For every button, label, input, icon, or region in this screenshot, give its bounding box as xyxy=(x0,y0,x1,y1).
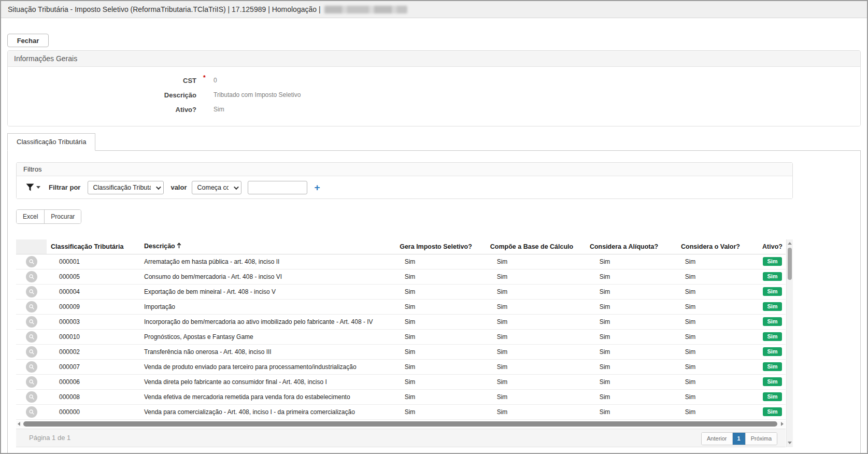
row-magnifier-button[interactable] xyxy=(26,271,37,282)
table-row: 000004 Exportação de bem mineiral - Art.… xyxy=(16,284,786,299)
scroll-down-icon[interactable] xyxy=(788,442,792,444)
row-magnifier-button[interactable] xyxy=(26,316,37,328)
page-1-button[interactable]: 1 xyxy=(732,433,745,445)
vertical-scrollbar-thumb[interactable] xyxy=(788,248,792,280)
cell-gera-imposto-seletivo: Sim xyxy=(394,299,477,314)
main-content: Fechar Informações Gerais CST * 0 Descri… xyxy=(1,18,867,454)
grid-actions: Excel Procurar xyxy=(16,209,81,224)
filtrar-por-label: Filtrar por xyxy=(49,183,80,191)
cell-descricao: Venda direta pelo fabricante ao consumid… xyxy=(140,374,394,389)
cell-considera-aliquota: Sim xyxy=(586,284,662,299)
fechar-button[interactable]: Fechar xyxy=(7,34,49,47)
valor-label: valor xyxy=(170,183,187,191)
cell-considera-valor: Sim xyxy=(662,284,759,299)
row-icon-cell xyxy=(16,374,47,389)
row-magnifier-button[interactable] xyxy=(26,361,37,373)
informacoes-gerais-header: Informações Gerais xyxy=(8,51,860,67)
ativo-label: Ativo? xyxy=(8,106,196,114)
proxima-button[interactable]: Próxima xyxy=(745,433,777,445)
add-filter-button[interactable]: + xyxy=(314,182,320,192)
cell-considera-aliquota: Sim xyxy=(586,299,662,314)
excel-button[interactable]: Excel xyxy=(17,210,44,223)
row-icon-cell xyxy=(16,329,47,344)
procurar-button[interactable]: Procurar xyxy=(44,210,81,223)
magnifier-icon xyxy=(29,304,35,310)
table-row: 000005 Consumo do bem/mercadoria - Art. … xyxy=(16,269,786,284)
scroll-up-icon[interactable] xyxy=(788,242,792,245)
row-magnifier-button[interactable] xyxy=(26,376,37,388)
row-icon-cell xyxy=(16,359,47,374)
cell-ativo: Sim xyxy=(759,359,786,374)
page-summary: Página 1 de 1 xyxy=(16,434,70,442)
cell-ativo: Sim xyxy=(759,314,786,329)
cell-descricao: Venda para comercialização - Art. 408, i… xyxy=(140,404,394,419)
cell-ativo: Sim xyxy=(759,329,786,344)
page-title: Situação Tributária - Imposto Seletivo (… xyxy=(8,5,321,13)
vertical-scrollbar[interactable] xyxy=(786,239,793,447)
magnifier-icon xyxy=(29,409,35,415)
icon-column-header xyxy=(16,239,47,254)
cell-compoe-base-calculo: Sim xyxy=(477,329,586,344)
cell-considera-aliquota: Sim xyxy=(586,254,662,269)
cell-gera-imposto-seletivo: Sim xyxy=(394,284,477,299)
column-header-classificacao[interactable]: Classificação Tributária xyxy=(47,239,140,254)
scroll-left-icon[interactable] xyxy=(18,422,20,426)
cell-considera-aliquota: Sim xyxy=(586,359,662,374)
column-header-considera-valor[interactable]: Considera o Valor? xyxy=(662,239,759,254)
row-magnifier-button[interactable] xyxy=(26,301,37,313)
anterior-button[interactable]: Anterior xyxy=(702,433,732,445)
column-header-ativo[interactable]: Ativo? xyxy=(759,239,786,254)
column-header-gera-imposto[interactable]: Gera Imposto Seletivo? xyxy=(394,239,477,254)
row-icon-cell xyxy=(16,269,47,284)
informacoes-gerais-body: CST * 0 Descrição Tributado com Imposto … xyxy=(8,67,860,126)
magnifier-icon xyxy=(29,259,35,265)
descricao-field-row: Descrição Tributado com Imposto Seletivo xyxy=(8,88,860,102)
cell-considera-valor: Sim xyxy=(662,344,759,359)
cell-considera-aliquota: Sim xyxy=(586,344,662,359)
cell-compoe-base-calculo: Sim xyxy=(477,254,586,269)
cell-descricao: Exportação de bem mineiral - Art. 408 - … xyxy=(140,284,394,299)
magnifier-icon xyxy=(29,394,35,400)
row-icon-cell xyxy=(16,389,47,404)
redacted-text xyxy=(324,6,407,13)
filter-field-select[interactable]: Classificação Tributária xyxy=(88,181,164,194)
descricao-value: Tributado com Imposto Seletivo xyxy=(214,91,301,98)
cst-field-row: CST * 0 xyxy=(8,73,860,88)
cell-gera-imposto-seletivo: Sim xyxy=(394,404,477,419)
filters-header: Filtros xyxy=(17,163,792,176)
column-header-descricao[interactable]: Descrição xyxy=(140,239,394,254)
cell-classificacao-tributaria: 000000 xyxy=(47,404,140,419)
filter-operator-select[interactable]: Começa com xyxy=(192,181,241,194)
horizontal-scrollbar-thumb[interactable] xyxy=(23,421,777,427)
cell-considera-valor: Sim xyxy=(662,314,759,329)
cell-compoe-base-calculo: Sim xyxy=(477,344,586,359)
cell-compoe-base-calculo: Sim xyxy=(477,359,586,374)
row-magnifier-button[interactable] xyxy=(26,391,37,403)
row-magnifier-button[interactable] xyxy=(26,406,37,418)
table-row: 000008 Venda efetiva de mercadoria remet… xyxy=(16,389,786,404)
cell-compoe-base-calculo: Sim xyxy=(477,314,586,329)
filter-funnel-button[interactable] xyxy=(26,183,40,191)
row-magnifier-button[interactable] xyxy=(26,286,37,297)
scroll-right-icon[interactable] xyxy=(781,422,784,426)
horizontal-scrollbar[interactable] xyxy=(16,421,786,428)
filter-value-input[interactable] xyxy=(248,181,307,194)
column-header-compoe-base[interactable]: Compõe a Base de Cálculo xyxy=(477,239,586,254)
required-asterisk: * xyxy=(196,74,214,81)
row-magnifier-button[interactable] xyxy=(26,256,37,267)
row-magnifier-button[interactable] xyxy=(26,346,37,358)
app-window: Situação Tributária - Imposto Seletivo (… xyxy=(0,0,868,454)
row-icon-cell xyxy=(16,284,47,299)
cell-considera-valor: Sim xyxy=(662,254,759,269)
row-magnifier-button[interactable] xyxy=(26,331,37,343)
ativo-status-badge: Sim xyxy=(763,287,781,296)
tab-bar: Classificação Tributária Filtros Filtrar… xyxy=(7,133,861,454)
column-header-considera-aliquota[interactable]: Considera a Alíquota? xyxy=(586,239,662,254)
ativo-status-badge: Sim xyxy=(763,302,781,311)
filters-section: Filtros Filtrar por Classificação Tribut… xyxy=(16,162,793,199)
tab-classificacao-tributaria[interactable]: Classificação Tributária xyxy=(7,133,95,151)
pager-buttons: Anterior 1 Próxima xyxy=(701,432,777,445)
cell-descricao: Consumo do bem/mercadoria - Art. 408 - i… xyxy=(140,269,394,284)
table-header-row: Classificação Tributária Descrição Gera … xyxy=(16,239,786,254)
ativo-field-row: Ativo? Sim xyxy=(8,102,860,117)
